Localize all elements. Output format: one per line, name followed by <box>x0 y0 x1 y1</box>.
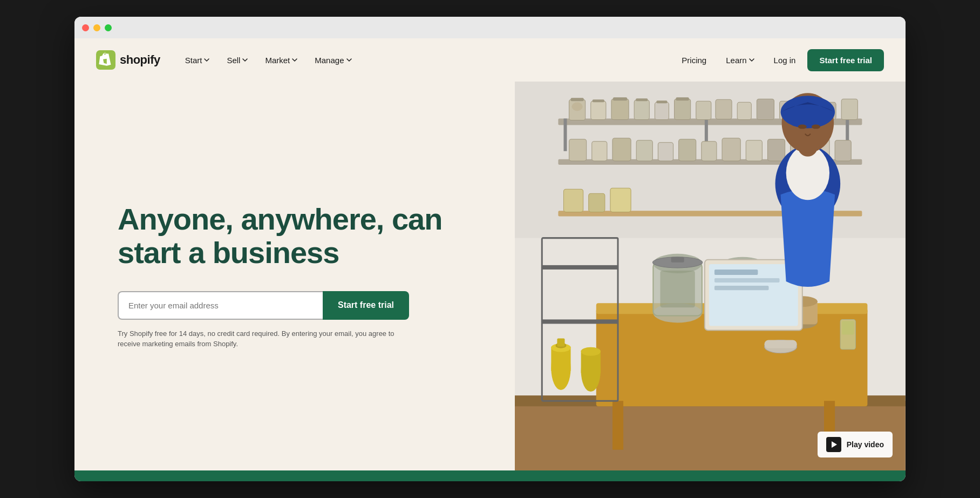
svg-point-93 <box>812 125 820 129</box>
nav-manage-label: Manage <box>315 56 344 65</box>
email-input[interactable] <box>118 291 323 320</box>
svg-rect-30 <box>592 142 607 161</box>
svg-rect-8 <box>571 98 584 101</box>
svg-rect-41 <box>835 140 851 161</box>
svg-rect-17 <box>657 100 668 103</box>
svg-rect-34 <box>679 139 696 161</box>
svg-rect-86 <box>714 286 769 290</box>
hero-title: Anyone, anywhere, can start a business <box>118 203 482 269</box>
svg-rect-19 <box>676 97 689 100</box>
svg-rect-14 <box>634 100 649 119</box>
chevron-down-icon <box>242 57 248 63</box>
logo-text: shopify <box>120 53 160 67</box>
svg-rect-43 <box>564 189 583 212</box>
titlebar <box>74 17 906 38</box>
fullscreen-button[interactable] <box>105 24 112 31</box>
nav-learn[interactable]: Learn <box>718 51 761 69</box>
svg-rect-21 <box>716 99 732 119</box>
navbar: shopify Start Sell Market Manage <box>74 38 906 82</box>
nav-pricing[interactable]: Pricing <box>674 51 714 69</box>
svg-rect-31 <box>612 138 631 161</box>
svg-rect-12 <box>611 99 629 119</box>
navbar-start-trial-button[interactable]: Start free trial <box>807 49 884 71</box>
svg-rect-32 <box>636 140 652 161</box>
close-button[interactable] <box>82 24 89 31</box>
traffic-lights <box>82 24 112 31</box>
nav-start-label: Start <box>185 56 202 65</box>
svg-point-92 <box>798 125 807 129</box>
nav-start[interactable]: Start <box>178 51 217 69</box>
play-video-label: Play video <box>847 440 884 449</box>
svg-rect-4 <box>564 118 567 151</box>
hero-left: Anyone, anywhere, can start a business S… <box>74 82 515 470</box>
svg-rect-37 <box>746 140 762 161</box>
svg-rect-53 <box>542 265 618 270</box>
nav-login-label: Log in <box>774 56 796 65</box>
svg-point-9 <box>572 102 583 111</box>
svg-rect-44 <box>589 193 605 212</box>
svg-rect-68 <box>671 257 684 263</box>
svg-rect-29 <box>569 139 587 161</box>
nav-market[interactable]: Market <box>257 51 305 69</box>
shop-image <box>515 82 906 470</box>
svg-rect-54 <box>542 319 618 324</box>
chevron-down-icon <box>749 57 754 63</box>
svg-rect-33 <box>658 143 673 161</box>
svg-rect-45 <box>610 188 631 212</box>
svg-rect-85 <box>714 278 780 282</box>
svg-rect-23 <box>757 99 774 119</box>
svg-rect-84 <box>714 270 758 275</box>
nav-manage[interactable]: Manage <box>307 51 359 69</box>
svg-rect-15 <box>636 98 648 101</box>
nav-links-right: Pricing Learn Log in Start free trial <box>674 49 884 71</box>
svg-rect-79 <box>765 340 797 348</box>
svg-rect-66 <box>661 271 695 307</box>
play-icon <box>826 437 841 452</box>
svg-rect-18 <box>675 99 691 119</box>
play-video-button[interactable]: Play video <box>818 432 893 457</box>
svg-rect-20 <box>696 101 711 119</box>
svg-rect-38 <box>768 139 785 161</box>
chevron-down-icon <box>346 57 352 63</box>
nav-learn-label: Learn <box>726 56 746 65</box>
svg-rect-50 <box>612 401 623 449</box>
svg-point-91 <box>781 96 835 128</box>
logo-link[interactable]: shopify <box>96 50 160 70</box>
browser-window: shopify Start Sell Market Manage <box>74 17 906 481</box>
svg-point-62 <box>581 347 601 356</box>
disclaimer-text: Try Shopify free for 14 days, no credit … <box>118 328 398 349</box>
browser-content: shopify Start Sell Market Manage <box>74 38 906 481</box>
svg-rect-10 <box>591 101 606 119</box>
svg-rect-11 <box>593 99 604 102</box>
play-triangle-icon <box>832 441 837 448</box>
chevron-down-icon <box>292 57 297 63</box>
nav-sell[interactable]: Sell <box>219 51 255 69</box>
svg-rect-36 <box>722 138 740 161</box>
main-content: Anyone, anywhere, can start a business S… <box>74 82 906 470</box>
footer-bar <box>74 470 906 481</box>
svg-rect-59 <box>557 339 565 347</box>
svg-rect-22 <box>737 102 751 119</box>
shopify-logo-icon <box>96 50 115 70</box>
nav-links-left: Start Sell Market Manage <box>178 51 675 69</box>
nav-login[interactable]: Log in <box>766 51 804 69</box>
svg-rect-27 <box>841 99 858 119</box>
svg-rect-81 <box>842 321 854 334</box>
svg-rect-16 <box>655 102 669 119</box>
minimize-button[interactable] <box>93 24 100 31</box>
chevron-down-icon <box>204 57 209 63</box>
svg-rect-35 <box>702 142 717 161</box>
nav-sell-label: Sell <box>227 56 240 65</box>
hero-right: Play video <box>515 82 906 470</box>
email-form: Start free trial <box>118 291 409 320</box>
nav-market-label: Market <box>265 56 290 65</box>
hero-start-trial-button[interactable]: Start free trial <box>323 291 409 320</box>
nav-pricing-label: Pricing <box>682 56 706 65</box>
svg-rect-13 <box>613 97 627 100</box>
